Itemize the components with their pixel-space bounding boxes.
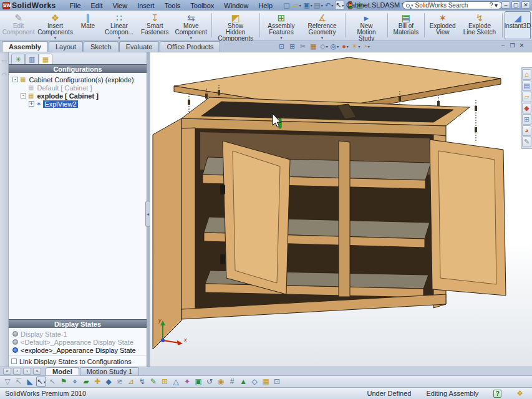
- new-document-icon[interactable]: ▢: [282, 1, 291, 10]
- new-motion-study-button[interactable]: ▸New Motion Study: [347, 11, 385, 39]
- display-state-row[interactable]: <Default>_Appearance Display State: [12, 338, 147, 346]
- quick-tips-icon[interactable]: ?: [493, 390, 501, 398]
- tree-row[interactable]: +✶ExplView2: [10, 100, 147, 108]
- tool-icon-7[interactable]: ⊿: [126, 377, 136, 387]
- filter-edges-icon[interactable]: ◣: [25, 377, 35, 387]
- collapse-box-icon[interactable]: -: [12, 77, 18, 82]
- tool-icon-16[interactable]: #: [227, 377, 237, 387]
- reference-geometry-button[interactable]: ∡Reference Geometry▾: [301, 11, 344, 39]
- featuremanager-tree-tab[interactable]: ✳: [11, 54, 25, 64]
- menu-tools[interactable]: Tools: [160, 1, 186, 10]
- menu-insert[interactable]: Insert: [132, 1, 160, 10]
- custom-properties-tag-icon[interactable]: ❖: [516, 389, 523, 398]
- dropdown-caret-icon[interactable]: ▾: [118, 36, 120, 40]
- collapsed-toolbar-icon-2[interactable]: ◠: [0, 70, 9, 80]
- zoom-to-area-icon[interactable]: ⊞: [288, 42, 297, 51]
- help-button[interactable]: ? ▾: [490, 2, 498, 9]
- undo-icon[interactable]: ↶▾: [324, 1, 334, 10]
- menu-help[interactable]: Help: [253, 1, 278, 10]
- tab-assembly[interactable]: Assembly: [2, 41, 48, 52]
- appearances-scenes-icon[interactable]: ◕: [522, 125, 531, 136]
- tool-icon-18[interactable]: ◇: [249, 377, 259, 387]
- previous-tab-button[interactable]: ‹: [13, 368, 21, 375]
- tool-icon-11[interactable]: △: [171, 377, 181, 387]
- menu-edit[interactable]: Edit: [86, 1, 108, 10]
- tool-icon-3[interactable]: ▰: [81, 377, 91, 387]
- view-settings-icon[interactable]: ◔▾: [362, 42, 371, 51]
- exploded-view-button[interactable]: ✶Exploded View: [427, 11, 459, 39]
- collapsed-toolbar-icon-1[interactable]: ▭: [0, 56, 9, 65]
- tool-icon-6[interactable]: ≋: [115, 377, 125, 387]
- tool-icon-17[interactable]: ▲: [238, 377, 248, 387]
- lasso-select-icon[interactable]: ↖: [47, 377, 57, 387]
- tab-sketch[interactable]: Sketch: [84, 41, 118, 52]
- selection-filter-toggle-icon[interactable]: ▽: [2, 377, 12, 387]
- menu-file[interactable]: File: [65, 1, 86, 10]
- search-input[interactable]: ▾ SolidWorks Search: [402, 1, 502, 9]
- menu-view[interactable]: View: [108, 1, 133, 10]
- maximize-button[interactable]: ▢: [511, 1, 520, 9]
- tool-icon-15[interactable]: ◉: [216, 377, 226, 387]
- show-hidden-components-button[interactable]: ◩Show Hidden Components: [214, 11, 258, 39]
- tool-icon-14[interactable]: ↺: [205, 377, 215, 387]
- view-palette-icon[interactable]: ⊞: [522, 114, 531, 125]
- tree-row[interactable]: ▦Default [ Cabinet ]: [10, 84, 147, 92]
- display-state-row[interactable]: Display State-1: [12, 330, 147, 338]
- tab-office-products[interactable]: Office Products: [160, 41, 220, 52]
- smart-fasteners-button[interactable]: ↧Smart Fasteners: [137, 11, 172, 39]
- tool-icon-12[interactable]: ✦: [182, 377, 192, 387]
- propertymanager-tab[interactable]: ▥: [25, 54, 39, 64]
- tree-row[interactable]: -▦explode [ Cabinet ]: [10, 92, 147, 100]
- bill-of-materials-button[interactable]: ▤Bill of Materials: [389, 11, 422, 39]
- file-explorer-icon[interactable]: ▱: [522, 92, 531, 102]
- zoom-to-fit-icon[interactable]: ⊡: [277, 42, 286, 51]
- insert-components-button[interactable]: ❖Insert Components▾: [36, 11, 75, 39]
- design-library-icon[interactable]: ▤: [522, 80, 531, 91]
- edit-appearance-icon[interactable]: ●▾: [341, 42, 350, 51]
- collapse-box-icon[interactable]: -: [21, 93, 26, 99]
- close-button[interactable]: ✕: [521, 1, 530, 9]
- tool-icon-2[interactable]: ⌖: [70, 377, 80, 387]
- edit-component-button[interactable]: ✎Edit Component: [1, 11, 36, 39]
- tab-layout[interactable]: Layout: [49, 41, 83, 52]
- tree-row[interactable]: -▦Cabinet Configuration(s) (explode): [10, 75, 147, 84]
- linear-component-pattern-button[interactable]: ∷Linear Compon...▾: [101, 11, 137, 39]
- display-state-label[interactable]: <Default>_Appearance Display State: [21, 339, 133, 346]
- tree-item-label[interactable]: Cabinet Configuration(s) (explode): [27, 76, 135, 84]
- select-tool-icon[interactable]: ↖▾: [36, 377, 46, 387]
- explode-line-sketch-button[interactable]: ↯Explode Line Sketch: [459, 11, 501, 39]
- cabinet-body[interactable]: [153, 97, 470, 349]
- display-style-icon[interactable]: ◇▾: [319, 42, 329, 51]
- tree-item-label[interactable]: Default [ Cabinet ]: [36, 84, 93, 92]
- doc-close-button[interactable]: ✕: [518, 42, 526, 50]
- tool-icon-1[interactable]: ⚑: [59, 377, 69, 387]
- first-tab-button[interactable]: «: [3, 368, 11, 375]
- tree-item-label[interactable]: explode [ Cabinet ]: [36, 92, 99, 100]
- viewport-3d-model[interactable]: y x: [150, 52, 532, 367]
- dropdown-caret-icon[interactable]: ▾: [280, 36, 283, 40]
- link-display-states-checkbox[interactable]: [11, 358, 17, 364]
- graphics-viewport[interactable]: y x ⌂▤▱◆⊞◕✎: [150, 52, 532, 367]
- link-display-states-row[interactable]: Link Display States to Configurations: [9, 355, 147, 367]
- display-state-label[interactable]: <explode>_Appearance Display State: [21, 347, 136, 354]
- open-document-icon[interactable]: ▱▾: [293, 1, 302, 10]
- doc-minimize-button[interactable]: –: [499, 42, 507, 50]
- tool-icon-10[interactable]: ⊞: [160, 377, 170, 387]
- dropdown-caret-icon[interactable]: ▾: [321, 36, 324, 40]
- tool-icon-20[interactable]: ⊡: [272, 377, 282, 387]
- last-tab-button[interactable]: »: [33, 368, 41, 375]
- tool-icon-19[interactable]: ▦: [261, 377, 271, 387]
- tool-icon-5[interactable]: ◆: [104, 377, 114, 387]
- tool-icon-13[interactable]: ▣: [193, 377, 203, 387]
- search-results-icon[interactable]: ◆: [522, 103, 531, 113]
- tool-icon-9[interactable]: ✎: [148, 377, 158, 387]
- custom-properties-icon[interactable]: ✎: [522, 137, 531, 147]
- tab-evaluate[interactable]: Evaluate: [119, 41, 160, 52]
- bottom-tab-motion-study-1[interactable]: Motion Study 1: [80, 367, 139, 375]
- doc-restore-button[interactable]: ❐: [508, 42, 516, 50]
- mate-button[interactable]: ∥Mate: [75, 11, 101, 39]
- select-arrow-icon[interactable]: ↖▾: [335, 1, 344, 10]
- section-view-icon[interactable]: ✂: [298, 42, 307, 51]
- display-state-label[interactable]: Display State-1: [21, 330, 67, 338]
- move-component-button[interactable]: ⇆Move Component▾: [173, 11, 210, 39]
